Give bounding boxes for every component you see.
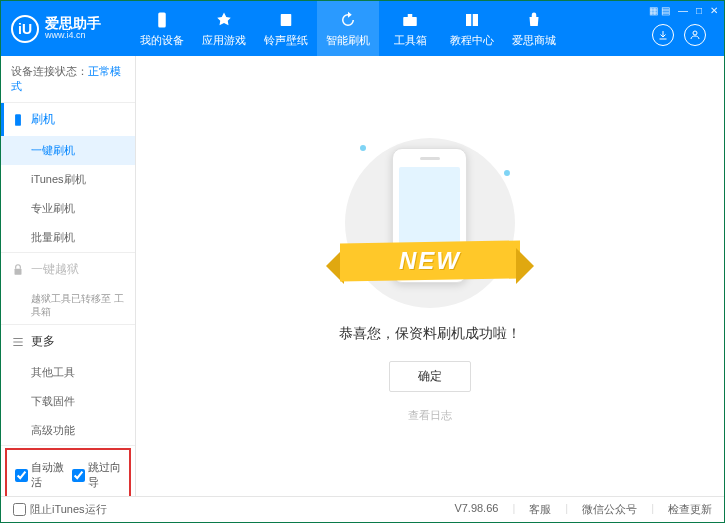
minimize-icon[interactable]: — <box>678 5 688 16</box>
toolbox-icon <box>400 10 420 30</box>
nav-label: 铃声壁纸 <box>264 33 308 48</box>
skip-guide-checkbox[interactable]: 跳过向导 <box>72 460 121 490</box>
menu-icon[interactable]: ▦ ▤ <box>649 5 670 16</box>
footer-wechat-link[interactable]: 微信公众号 <box>582 502 637 517</box>
header-actions <box>652 24 714 46</box>
nav-shop[interactable]: 爱思商城 <box>503 1 565 56</box>
phone-icon <box>11 113 25 127</box>
view-log-link[interactable]: 查看日志 <box>408 408 452 423</box>
nav-apps[interactable]: 应用游戏 <box>193 1 255 56</box>
sidebar-item-pro-flash[interactable]: 专业刷机 <box>1 194 135 223</box>
apps-icon <box>214 10 234 30</box>
user-button[interactable] <box>684 24 706 46</box>
svg-rect-6 <box>15 268 22 274</box>
svg-rect-2 <box>403 17 417 26</box>
success-message: 恭喜您，保资料刷机成功啦！ <box>339 325 521 343</box>
sidebar-item-batch-flash[interactable]: 批量刷机 <box>1 223 135 252</box>
sidebar-item-itunes-flash[interactable]: iTunes刷机 <box>1 165 135 194</box>
close-icon[interactable]: ✕ <box>710 5 718 16</box>
app-header: ▦ ▤ — □ ✕ iU 爱思助手 www.i4.cn 我的设备 应用游戏 铃声 <box>1 1 724 56</box>
svg-rect-0 <box>158 12 166 27</box>
device-icon <box>152 10 172 30</box>
main-content: NEW 恭喜您，保资料刷机成功啦！ 确定 查看日志 <box>136 56 724 496</box>
brand-logo[interactable]: iU 爱思助手 www.i4.cn <box>11 15 131 43</box>
nav-label: 爱思商城 <box>512 33 556 48</box>
ribbon-text: NEW <box>330 242 530 280</box>
svg-point-4 <box>693 31 697 35</box>
sidebar-section-jailbreak: 一键越狱 <box>1 253 135 286</box>
footer-update-link[interactable]: 检查更新 <box>668 502 712 517</box>
svg-rect-3 <box>408 14 413 17</box>
options-row: 自动激活 跳过向导 <box>5 448 131 496</box>
sidebar-item-other-tools[interactable]: 其他工具 <box>1 358 135 387</box>
nav-toolbox[interactable]: 工具箱 <box>379 1 441 56</box>
book-icon <box>462 10 482 30</box>
window-controls: ▦ ▤ — □ ✕ <box>649 5 718 16</box>
lock-icon <box>11 263 25 277</box>
download-button[interactable] <box>652 24 674 46</box>
list-icon <box>11 335 25 349</box>
nav-ringtones[interactable]: 铃声壁纸 <box>255 1 317 56</box>
nav-my-device[interactable]: 我的设备 <box>131 1 193 56</box>
ok-button[interactable]: 确定 <box>389 361 471 392</box>
nav-tutorials[interactable]: 教程中心 <box>441 1 503 56</box>
section-label: 一键越狱 <box>31 261 79 278</box>
brand-name: 爱思助手 <box>45 16 101 31</box>
music-icon <box>276 10 296 30</box>
nav-label: 教程中心 <box>450 33 494 48</box>
svg-rect-5 <box>15 114 21 126</box>
shop-icon <box>524 10 544 30</box>
main-nav: 我的设备 应用游戏 铃声壁纸 智能刷机 工具箱 教程中心 <box>131 1 652 56</box>
sidebar-item-download-firmware[interactable]: 下载固件 <box>1 387 135 416</box>
auto-activate-checkbox[interactable]: 自动激活 <box>15 460 64 490</box>
section-label: 刷机 <box>31 111 55 128</box>
refresh-icon <box>338 10 358 30</box>
section-label: 更多 <box>31 333 55 350</box>
nav-label: 工具箱 <box>394 33 427 48</box>
success-illustration: NEW <box>330 130 530 310</box>
sidebar-item-advanced[interactable]: 高级功能 <box>1 416 135 445</box>
nav-label: 智能刷机 <box>326 33 370 48</box>
connection-status: 设备连接状态：正常模式 <box>1 56 135 103</box>
nav-label: 应用游戏 <box>202 33 246 48</box>
sidebar-section-flash[interactable]: 刷机 <box>1 103 135 136</box>
brand-url: www.i4.cn <box>45 31 101 41</box>
svg-rect-1 <box>281 14 292 26</box>
jailbreak-note: 越狱工具已转移至 工具箱 <box>1 286 135 324</box>
sidebar-section-more[interactable]: 更多 <box>1 325 135 358</box>
nav-flash[interactable]: 智能刷机 <box>317 1 379 56</box>
sidebar: 设备连接状态：正常模式 刷机 一键刷机 iTunes刷机 专业刷机 批量刷机 一… <box>1 56 136 496</box>
nav-label: 我的设备 <box>140 33 184 48</box>
status-label: 设备连接状态： <box>11 65 88 77</box>
sidebar-item-oneclick-flash[interactable]: 一键刷机 <box>1 136 135 165</box>
version-label: V7.98.66 <box>454 502 498 517</box>
footer: 阻止iTunes运行 V7.98.66 | 客服 | 微信公众号 | 检查更新 <box>1 496 724 522</box>
block-itunes-checkbox[interactable]: 阻止iTunes运行 <box>13 502 107 517</box>
logo-icon: iU <box>11 15 39 43</box>
footer-service-link[interactable]: 客服 <box>529 502 551 517</box>
maximize-icon[interactable]: □ <box>696 5 702 16</box>
